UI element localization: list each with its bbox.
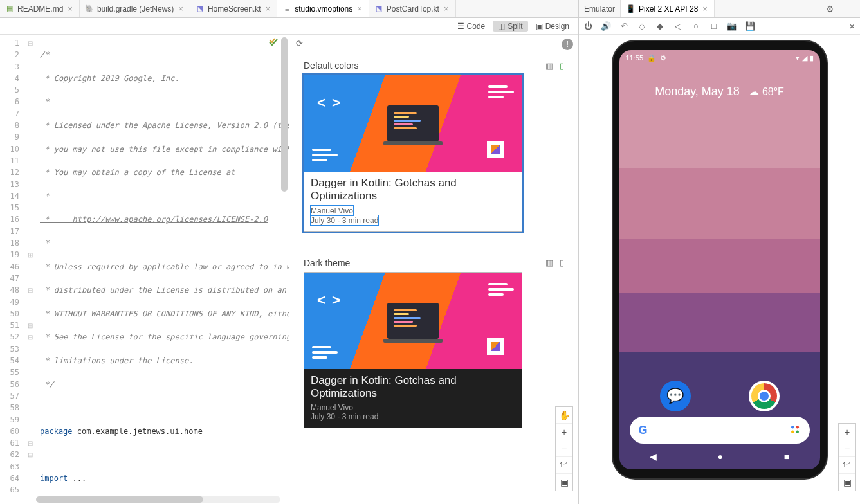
zoom-in-button[interactable]: + [556, 424, 572, 440]
view-mode-bar: ☰Code ◫Split ▣Design [0, 18, 578, 35]
close-icon[interactable]: × [356, 4, 363, 14]
compose-preview: ⟳ ! Default colors ▥▯ < > [289, 35, 578, 504]
screenshot-icon[interactable]: 📷 [727, 21, 737, 32]
chrome-app-icon[interactable] [749, 381, 780, 411]
split-icon: ◫ [498, 22, 505, 31]
rotate-left-icon[interactable]: ↶ [619, 21, 629, 32]
kotlin-logo-icon [487, 338, 504, 355]
design-icon: ▣ [536, 22, 543, 31]
emulator-stage: 11:55🔒⚙ ▾◢▮ Monday, May 18 ☁68°F 💬 G [579, 35, 860, 504]
design-view-button[interactable]: ▣Design [531, 21, 574, 32]
home-button[interactable]: ● [718, 451, 723, 462]
split-view-button[interactable]: ◫Split [493, 21, 527, 32]
zoom-actual-button[interactable]: 1:1 [839, 457, 855, 474]
preview-zoom-controls: ✋ + − 1:1 ▣ [555, 406, 573, 491]
card-meta: July 30 - 3 min read [311, 216, 378, 225]
card-title: Dagger in Kotlin: Gotchas and Optimizati… [311, 374, 515, 401]
rotate-cw-icon[interactable]: ◆ [655, 21, 665, 32]
line-gutter: 1234567891011121314151617181946474849505… [0, 35, 24, 504]
angle-brackets-icon: < > [317, 94, 342, 111]
emulator-toolbar: ⏻ 🔊 ↶ ◇ ◆ ◁ ○ □ 📷 💾 × [579, 18, 860, 35]
mic-icon[interactable] [789, 424, 801, 437]
code-body[interactable]: /* * Copyright 2019 Google, Inc. * * Lic… [36, 35, 289, 504]
zoom-in-button[interactable]: + [839, 424, 855, 440]
device-tab[interactable]: 📱Pixel 2 XL API 28× [621, 0, 715, 17]
weather-icon: ☁ [749, 86, 759, 98]
horizontal-scrollbar[interactable] [36, 496, 280, 503]
gradle-icon: 🐘 [85, 4, 94, 14]
power-icon[interactable]: ⏻ [583, 21, 593, 32]
rotate-ccw-icon[interactable]: ◇ [637, 21, 647, 32]
svg-point-0 [791, 426, 794, 429]
inspection-ok-icon[interactable] [268, 37, 279, 48]
zoom-out-button[interactable]: − [556, 440, 572, 457]
deploy-icon[interactable]: ▥ [545, 258, 553, 267]
close-icon[interactable]: × [443, 4, 450, 14]
kotlin-logo-icon [487, 141, 504, 158]
markdown-icon: ▤ [5, 4, 14, 14]
emulator-tab[interactable]: Emulator [579, 0, 621, 17]
svg-point-2 [791, 430, 794, 433]
close-icon[interactable]: × [849, 21, 855, 32]
messages-app-icon[interactable]: 💬 [660, 381, 691, 411]
card-author: Manuel Vivo [311, 206, 353, 215]
minimize-icon[interactable]: — [842, 4, 856, 14]
phone-icon: 📱 [626, 4, 636, 14]
device-icon[interactable]: ▯ [560, 61, 564, 71]
status-bar: 11:55🔒⚙ ▾◢▮ [619, 50, 820, 66]
signal-icon: ◢ [802, 54, 807, 62]
card-author: Manuel Vivo [311, 403, 515, 412]
search-bar[interactable]: G [630, 417, 810, 444]
vertical-scrollbar[interactable] [281, 37, 288, 192]
save-icon[interactable]: 💾 [745, 21, 755, 32]
lock-icon: 🔒 [647, 54, 656, 62]
options-icon: ≡ [282, 4, 291, 14]
status-time: 11:55 [626, 54, 644, 62]
fold-column[interactable]: ⊟⊞⊟⊟⊟⊟⊟ [24, 35, 36, 504]
back-button[interactable]: ◀ [650, 451, 657, 462]
zoom-actual-button[interactable]: 1:1 [556, 457, 572, 474]
emulator-tabs: Emulator 📱Pixel 2 XL API 28× ⚙ — [579, 0, 860, 18]
tab-vmoptions[interactable]: ≡studio.vmoptions× [277, 0, 369, 17]
preview-card-dark[interactable]: < > Dagger in Kotlin: Gotchas and Optimi… [304, 272, 522, 428]
refresh-icon[interactable]: ⟳ [296, 39, 307, 50]
device-screen[interactable]: 11:55🔒⚙ ▾◢▮ Monday, May 18 ☁68°F 💬 G [619, 50, 820, 469]
tab-homescreen[interactable]: ⬔HomeScreen.kt× [190, 0, 277, 17]
preview-card-default[interactable]: < > Dagger in Kotlin: Gotchas and Optimi… [304, 75, 522, 232]
app-dock: 💬 [619, 381, 820, 411]
settings-icon[interactable]: ⚙ [823, 4, 837, 14]
recent-button[interactable]: ■ [784, 451, 789, 462]
close-icon[interactable]: × [177, 4, 185, 14]
code-editor[interactable]: 1234567891011121314151617181946474849505… [0, 35, 289, 504]
card-image: < > [304, 75, 522, 172]
home-datetime: Monday, May 18 ☁68°F [619, 85, 820, 98]
zoom-fit-button[interactable]: ▣ [556, 474, 572, 491]
kotlin-file-icon: ⬔ [196, 4, 205, 14]
warning-icon[interactable]: ! [562, 39, 573, 50]
kotlin-file-icon: ⬔ [374, 4, 383, 14]
svg-point-1 [796, 426, 799, 429]
close-icon[interactable]: × [264, 4, 272, 14]
card-meta: July 30 - 3 min read [311, 412, 515, 421]
device-icon[interactable]: ▯ [560, 258, 564, 267]
battery-icon: ▮ [810, 54, 814, 62]
home-nav-icon[interactable]: ○ [691, 21, 701, 32]
tab-postcardtop[interactable]: ⬔PostCardTop.kt× [369, 0, 456, 17]
close-icon[interactable]: × [701, 4, 709, 14]
back-nav-icon[interactable]: ◁ [673, 21, 683, 32]
tab-readme[interactable]: ▤README.md× [0, 0, 80, 17]
overview-nav-icon[interactable]: □ [709, 21, 719, 32]
volume-icon[interactable]: 🔊 [601, 21, 611, 32]
emulator-zoom-controls: + − 1:1 ▣ [838, 423, 856, 491]
pan-button[interactable]: ✋ [556, 407, 572, 424]
tab-build-gradle[interactable]: 🐘build.gradle (JetNews)× [80, 0, 190, 17]
close-icon[interactable]: × [66, 4, 74, 14]
angle-brackets-icon: < > [317, 292, 342, 309]
zoom-out-button[interactable]: − [839, 440, 855, 457]
zoom-fit-button[interactable]: ▣ [839, 474, 855, 491]
card-title: Dagger in Kotlin: Gotchas and Optimizati… [311, 177, 515, 203]
code-view-button[interactable]: ☰Code [452, 21, 491, 32]
google-logo-icon: G [639, 424, 648, 437]
deploy-icon[interactable]: ▥ [545, 61, 553, 71]
preview-title: Default colors [304, 60, 359, 71]
